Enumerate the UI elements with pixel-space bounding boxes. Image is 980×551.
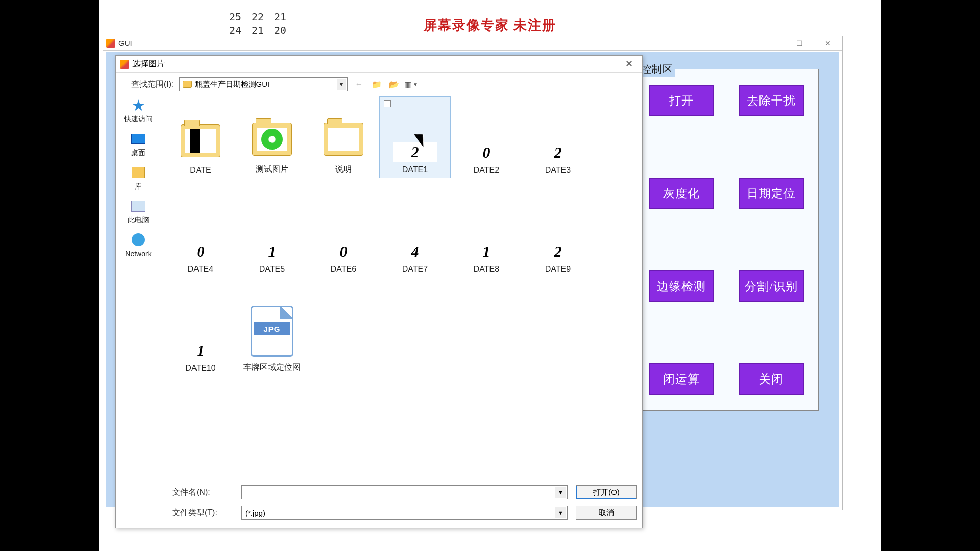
file-item[interactable]: 0DATE2 [451, 96, 522, 178]
open-button[interactable]: 打开 [649, 85, 714, 116]
grayscale-button[interactable]: 灰度化 [649, 178, 714, 209]
closing-op-button[interactable]: 闭运算 [649, 363, 714, 395]
selection-checkbox[interactable] [384, 100, 391, 107]
filetype-combo[interactable]: (*.jpg) ▼ [241, 506, 568, 520]
back-button[interactable]: ← [353, 78, 366, 90]
file-thumbnail: 2 [536, 142, 580, 163]
globe-icon [132, 233, 145, 246]
exit-button[interactable]: 关闭 [739, 363, 804, 395]
file-thumbnail: 1 [250, 241, 294, 262]
segment-recognize-button[interactable]: 分割/识别 [739, 270, 804, 302]
place-libraries[interactable]: 库 [129, 165, 148, 191]
file-item[interactable]: 2DATE9 [522, 195, 594, 277]
file-thumbnail [250, 117, 294, 161]
file-item[interactable]: DATE [165, 96, 236, 178]
place-label: 此电脑 [128, 216, 149, 225]
folder-icon [132, 167, 145, 178]
filename-label: 文件名(N): [172, 487, 233, 498]
date-locate-button[interactable]: 日期定位 [739, 178, 804, 209]
place-network[interactable]: Network [125, 232, 151, 258]
dialog-titlebar[interactable]: 选择图片 ✕ [116, 56, 642, 73]
file-thumbnail: 1 [179, 340, 223, 361]
new-folder-button[interactable]: 📂 [387, 78, 401, 90]
file-item[interactable]: 0DATE6 [308, 195, 379, 277]
file-item[interactable]: 1DATE8 [451, 195, 522, 277]
file-item[interactable]: 2DATE3 [522, 96, 594, 178]
file-item-label: 车牌区域定位图 [243, 362, 301, 373]
place-label: 库 [135, 182, 142, 191]
file-item[interactable]: 1DATE5 [236, 195, 308, 277]
file-item[interactable]: 1DATE10 [165, 294, 236, 376]
place-label: Network [125, 249, 151, 258]
place-desktop[interactable]: 桌面 [129, 131, 148, 158]
filename-input[interactable]: ▼ [241, 485, 568, 499]
matlab-icon [106, 39, 115, 48]
file-item-label: DATE2 [474, 166, 499, 175]
place-label: 桌面 [131, 148, 145, 158]
file-thumbnail [179, 119, 223, 163]
edge-detect-button[interactable]: 边缘检测 [649, 270, 714, 302]
gui-titlebar[interactable]: GUI — ☐ ✕ [103, 36, 842, 51]
file-item[interactable]: 4DATE7 [379, 195, 451, 277]
lookin-label: 查找范围(I): [131, 79, 174, 90]
dialog-toolbar: ← 📁 📂 ▥▼ [353, 78, 418, 90]
file-item-label: DATE8 [474, 265, 499, 274]
file-item[interactable]: 测试图片 [236, 96, 308, 178]
file-thumbnail: 4 [393, 241, 437, 262]
file-item-label: DATE3 [545, 166, 571, 175]
minimize-button[interactable]: — [756, 36, 785, 51]
monitor-icon [131, 134, 145, 144]
file-thumbnail [322, 117, 365, 161]
file-thumbnail: 0 [179, 241, 223, 262]
filetype-value: (*.jpg) [245, 509, 265, 517]
gui-title: GUI [118, 39, 132, 47]
folder-icon [183, 81, 192, 88]
dialog-close-button[interactable]: ✕ [618, 57, 640, 71]
dialog-title: 选择图片 [132, 59, 165, 69]
chevron-down-icon[interactable]: ▼ [555, 507, 566, 518]
place-label: 快速访问 [124, 115, 153, 124]
file-item-label: DATE4 [188, 265, 213, 274]
up-one-level-button[interactable]: 📁 [370, 78, 383, 90]
file-item[interactable]: JPG车牌区域定位图 [236, 294, 308, 376]
file-item-label: 说明 [335, 164, 352, 175]
open-file-button[interactable]: 打开(O) [576, 485, 637, 499]
file-item[interactable]: 0DATE4 [165, 195, 236, 277]
star-icon: ★ [132, 96, 145, 114]
recorder-watermark: 屏幕录像专家 未注册 [424, 16, 557, 34]
file-thumbnail: JPG [250, 303, 294, 359]
maximize-button[interactable]: ☐ [785, 36, 814, 51]
file-thumbnail: 1 [464, 241, 508, 262]
file-item[interactable]: 2DATE1 [379, 96, 451, 178]
pc-icon [131, 201, 145, 212]
remove-noise-button[interactable]: 去除干扰 [739, 85, 804, 116]
place-quick-access[interactable]: ★ 快速访问 [124, 97, 153, 124]
file-thumbnail: 0 [322, 241, 365, 262]
file-thumbnail: 0 [464, 142, 508, 163]
file-item-label: DATE10 [185, 364, 215, 373]
lookin-value: 瓶盖生产日期检测GUI [195, 80, 344, 89]
file-item-label: DATE5 [259, 265, 285, 274]
file-thumbnail: 2 [536, 241, 580, 262]
dialog-bottom-panel: 文件名(N): ▼ 打开(O) 文件类型(T): (*.jpg) ▼ 取消 [116, 479, 642, 528]
file-item-label: 测试图片 [256, 164, 288, 175]
file-list[interactable]: DATE测试图片说明2DATE10DATE22DATE30DATE41DATE5… [161, 94, 642, 497]
file-thumbnail: 2 [393, 142, 437, 162]
file-item[interactable]: 说明 [308, 96, 379, 178]
places-bar: ★ 快速访问 桌面 库 此电脑 Network [116, 94, 161, 497]
file-item-label: DATE7 [402, 265, 428, 274]
file-item-label: DATE1 [402, 165, 428, 174]
file-item-label: DATE9 [545, 265, 571, 274]
filetype-label: 文件类型(T): [172, 508, 233, 518]
view-menu-button[interactable]: ▥▼ [405, 78, 418, 90]
background-workspace-numbers: 252221 242120 [219, 10, 286, 37]
control-panel-legend: 控制区 [639, 62, 675, 77]
lookin-combo[interactable]: 瓶盖生产日期检测GUI ▼ [179, 77, 348, 91]
cancel-button[interactable]: 取消 [576, 506, 637, 520]
place-this-pc[interactable]: 此电脑 [128, 198, 149, 225]
chevron-down-icon[interactable]: ▼ [555, 487, 566, 498]
file-item-label: DATE [190, 166, 211, 175]
close-button[interactable]: ✕ [814, 36, 842, 51]
file-item-label: DATE6 [331, 265, 356, 274]
chevron-down-icon[interactable]: ▼ [337, 79, 346, 90]
